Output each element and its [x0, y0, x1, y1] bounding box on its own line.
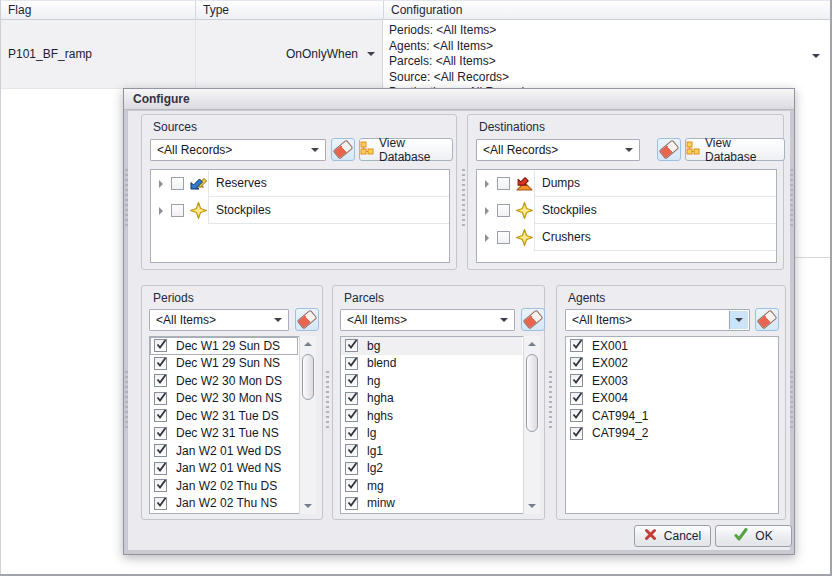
- scroll-up-icon[interactable]: [300, 336, 316, 352]
- checkbox-checked[interactable]: [570, 357, 583, 370]
- period-item[interactable]: Jan W2 01 Wed NS: [150, 460, 298, 478]
- parcel-item[interactable]: [341, 512, 522, 514]
- checkbox-checked[interactable]: [154, 409, 167, 422]
- checkbox-checked[interactable]: [154, 392, 167, 405]
- checkbox-checked[interactable]: [345, 479, 358, 492]
- agents-clear-button[interactable]: [755, 308, 779, 331]
- tree-label[interactable]: Crushers: [534, 224, 776, 251]
- checkbox-checked[interactable]: [154, 479, 167, 492]
- checkbox-checked[interactable]: [345, 357, 358, 370]
- period-item[interactable]: Dec W2 31 Tue DS: [150, 407, 298, 425]
- splitter-handle[interactable]: [125, 371, 128, 431]
- checkbox-checked[interactable]: [570, 409, 583, 422]
- tree-row-stockpiles[interactable]: Stockpiles: [477, 197, 776, 224]
- checkbox-checked[interactable]: [345, 409, 358, 422]
- expand-icon[interactable]: [159, 207, 163, 215]
- checkbox[interactable]: [497, 204, 510, 217]
- parcel-item[interactable]: mg: [341, 477, 522, 495]
- destinations-filter-combo[interactable]: <All Records>: [476, 139, 640, 161]
- checkbox-checked[interactable]: [570, 339, 583, 352]
- parcel-item[interactable]: lg: [341, 425, 522, 443]
- periods-clear-button[interactable]: [295, 308, 319, 331]
- checkbox-checked[interactable]: [154, 339, 167, 352]
- destinations-clear-button[interactable]: [657, 138, 681, 161]
- ok-button[interactable]: OK: [715, 525, 792, 547]
- agents-filter-combo[interactable]: <All Items>: [565, 309, 750, 331]
- checkbox-checked[interactable]: [345, 392, 358, 405]
- tree-row-crushers[interactable]: Crushers: [477, 224, 776, 251]
- period-item[interactable]: Dec W1 29 Sun NS: [150, 355, 298, 373]
- parcel-item[interactable]: blend: [341, 355, 522, 373]
- parcel-item[interactable]: hg: [341, 372, 522, 390]
- tree-label[interactable]: Dumps: [534, 170, 776, 197]
- parcels-clear-button[interactable]: [521, 308, 545, 331]
- checkbox-checked[interactable]: [345, 444, 358, 457]
- checkbox-checked[interactable]: [345, 374, 358, 387]
- splitter-handle[interactable]: [790, 169, 793, 229]
- checkbox-checked[interactable]: [570, 392, 583, 405]
- scroll-down-icon[interactable]: [524, 498, 540, 514]
- checkbox-checked[interactable]: [154, 374, 167, 387]
- parcel-item[interactable]: minw: [341, 495, 522, 513]
- column-header-flag[interactable]: Flag: [1, 1, 195, 20]
- column-header-configuration[interactable]: Configuration: [383, 1, 830, 20]
- tree-label[interactable]: Reserves: [208, 170, 449, 197]
- period-item[interactable]: Dec W2 31 Tue NS: [150, 425, 298, 443]
- type-cell[interactable]: OnOnlyWhen: [195, 20, 383, 88]
- checkbox-checked[interactable]: [345, 497, 358, 510]
- periods-combo-arrow[interactable]: [269, 311, 287, 329]
- sources-view-database-button[interactable]: View Database: [359, 138, 453, 161]
- checkbox[interactable]: [497, 177, 510, 190]
- scrollbar-thumb[interactable]: [526, 354, 538, 432]
- parcel-item[interactable]: bg: [341, 337, 522, 355]
- scroll-down-icon[interactable]: [300, 498, 316, 514]
- period-item[interactable]: Dec W1 29 Sun DS: [150, 337, 298, 355]
- agent-item[interactable]: EX003: [566, 372, 778, 390]
- agent-item[interactable]: CAT994_2: [566, 425, 778, 443]
- period-item[interactable]: Jan W2 02 Thu DS: [150, 477, 298, 495]
- expand-icon[interactable]: [159, 180, 163, 188]
- parcel-item[interactable]: hghs: [341, 407, 522, 425]
- scrollbar-thumb[interactable]: [302, 354, 314, 400]
- type-dropdown-icon[interactable]: [367, 52, 375, 56]
- parcels-combo-arrow[interactable]: [495, 311, 513, 329]
- tree-row-stockpiles[interactable]: Stockpiles: [151, 197, 449, 224]
- agent-item[interactable]: CAT994_1: [566, 407, 778, 425]
- checkbox-checked[interactable]: [570, 374, 583, 387]
- checkbox[interactable]: [171, 177, 184, 190]
- expand-icon[interactable]: [485, 180, 489, 188]
- period-item[interactable]: Jan W2 03 Fri DS: [150, 512, 298, 514]
- expand-icon[interactable]: [485, 207, 489, 215]
- tree-label[interactable]: Stockpiles: [208, 197, 449, 224]
- agent-item[interactable]: EX002: [566, 355, 778, 373]
- checkbox-checked[interactable]: [154, 357, 167, 370]
- tree-label[interactable]: Stockpiles: [534, 197, 776, 224]
- parcel-item[interactable]: hgha: [341, 390, 522, 408]
- checkbox-checked[interactable]: [154, 427, 167, 440]
- period-item[interactable]: Jan W2 02 Thu NS: [150, 495, 298, 513]
- splitter-handle[interactable]: [549, 371, 552, 431]
- periods-filter-combo[interactable]: <All Items>: [149, 309, 289, 331]
- sources-combo-arrow[interactable]: [306, 141, 324, 159]
- parcel-item[interactable]: lg2: [341, 460, 522, 478]
- checkbox-checked[interactable]: [345, 427, 358, 440]
- configuration-dropdown-icon[interactable]: [812, 54, 820, 58]
- splitter-handle[interactable]: [462, 169, 465, 229]
- periods-scrollbar[interactable]: [299, 336, 316, 514]
- destinations-view-database-button[interactable]: View Database: [685, 138, 785, 161]
- tree-row-reserves[interactable]: Reserves: [151, 170, 449, 197]
- checkbox-checked[interactable]: [345, 339, 358, 352]
- tree-row-dumps[interactable]: Dumps: [477, 170, 776, 197]
- checkbox-checked[interactable]: [154, 444, 167, 457]
- checkbox-checked[interactable]: [570, 427, 583, 440]
- splitter-handle[interactable]: [326, 371, 329, 431]
- checkbox[interactable]: [497, 231, 510, 244]
- checkbox[interactable]: [171, 204, 184, 217]
- agent-item[interactable]: EX001: [566, 337, 778, 355]
- dialog-title-bar[interactable]: Configure: [124, 89, 794, 110]
- splitter-handle[interactable]: [790, 371, 793, 431]
- scroll-up-icon[interactable]: [524, 336, 540, 352]
- agents-combo-arrow[interactable]: [729, 311, 748, 329]
- period-item[interactable]: Dec W2 30 Mon DS: [150, 372, 298, 390]
- parcels-scrollbar[interactable]: [523, 336, 540, 514]
